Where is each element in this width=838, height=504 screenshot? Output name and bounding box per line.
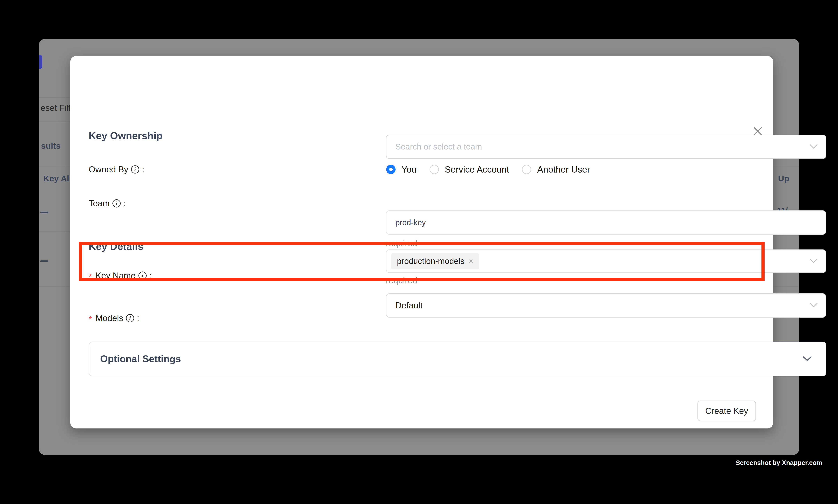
clipped-blue-button	[39, 55, 42, 69]
key-name-label-text: Key Name	[95, 271, 136, 281]
team-select[interactable]: Search or select a team	[386, 135, 826, 159]
column-header-updated: Up	[778, 174, 789, 183]
create-key-button[interactable]: Create Key	[697, 400, 756, 421]
chevron-down-icon	[809, 144, 818, 150]
create-key-button-label: Create Key	[705, 406, 748, 416]
section-title-key-details: Key Details	[89, 240, 143, 252]
radio-selected-icon[interactable]	[386, 165, 396, 174]
required-asterisk: *	[89, 272, 92, 282]
radio-label: Service Account	[445, 164, 509, 175]
key-name-input[interactable]: prod-key	[386, 211, 826, 235]
tag-remove-icon[interactable]: ×	[469, 257, 473, 265]
close-x-glyph	[753, 126, 763, 136]
info-icon[interactable]: i	[112, 199, 121, 208]
key-name-label: * Key Name i :	[89, 271, 152, 281]
models-label: * Models i :	[89, 313, 139, 323]
radio-owned-by-you[interactable]: You	[386, 164, 417, 175]
chevron-down-icon	[809, 303, 818, 308]
owned-by-label: Owned By i :	[89, 165, 144, 174]
reset-filters-partial-label[interactable]: eset Filt	[41, 103, 71, 113]
radio-unselected-icon[interactable]	[522, 165, 531, 174]
table-row-cell-dash	[40, 212, 49, 213]
models-label-text: Models	[95, 313, 123, 323]
label-colon: :	[123, 199, 126, 208]
team-select-placeholder: Search or select a team	[395, 142, 482, 151]
key-type-selected-value: Default	[395, 301, 423, 310]
key-name-value: prod-key	[395, 218, 426, 227]
radio-label: You	[402, 164, 417, 175]
radio-unselected-icon[interactable]	[430, 165, 439, 174]
key-type-select[interactable]: Default	[386, 293, 826, 318]
key-name-validation-message: required	[386, 238, 417, 248]
optional-settings-title: Optional Settings	[100, 353, 181, 365]
table-row-cell-dash	[40, 260, 49, 262]
label-colon: :	[137, 313, 139, 323]
owned-by-radio-group: You Service Account Another User	[386, 164, 590, 175]
info-icon[interactable]: i	[139, 271, 147, 280]
section-title-key-ownership: Key Ownership	[89, 130, 163, 142]
team-label-text: Team	[89, 199, 110, 208]
info-icon[interactable]: i	[126, 314, 134, 322]
radio-label: Another User	[537, 164, 590, 175]
info-icon[interactable]: i	[131, 165, 139, 174]
models-select[interactable]: production-models ×	[386, 250, 826, 273]
results-count-partial-label: sults	[41, 141, 60, 151]
required-asterisk: *	[89, 314, 92, 324]
watermark-text: Screenshot by Xnapper.com	[736, 459, 822, 467]
screenshot-root: eset Filt sults Key Alia Up 11/ 11/ Key …	[0, 0, 838, 504]
chevron-down-icon	[809, 258, 818, 264]
models-selected-tag: production-models ×	[391, 253, 479, 269]
label-colon: :	[142, 165, 144, 174]
radio-owned-by-another-user[interactable]: Another User	[522, 164, 590, 175]
chevron-down-icon	[802, 356, 812, 362]
models-tag-label: production-models	[397, 256, 464, 266]
create-key-modal: Key Ownership Owned By i : You Service A…	[70, 56, 773, 429]
owned-by-label-text: Owned By	[89, 165, 128, 174]
optional-settings-accordion[interactable]: Optional Settings	[89, 342, 826, 376]
team-label: Team i :	[89, 199, 126, 208]
radio-owned-by-service-account[interactable]: Service Account	[430, 164, 509, 175]
label-colon: :	[149, 271, 152, 281]
models-validation-message: required	[386, 276, 417, 285]
